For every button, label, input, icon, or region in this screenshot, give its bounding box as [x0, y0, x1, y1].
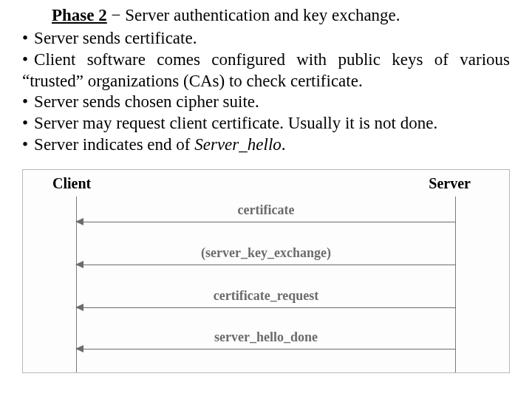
message-label: certificate [76, 202, 456, 218]
list-item: •Server sends certificate. [22, 28, 510, 50]
participants: Client Server [33, 176, 499, 197]
phase-title: Server authentication and key exchange. [125, 6, 400, 24]
diagram-lanes: certificate (server_key_exchange) certif… [33, 197, 499, 372]
sequence-diagram: Client Server certificate (server_key_ex… [22, 169, 510, 373]
bullet-marker: • [22, 113, 34, 134]
arrow-left-icon [76, 349, 456, 349]
bullet-text-italic: Server_hello [194, 135, 282, 154]
message-label: server_hello_done [76, 330, 456, 345]
message-label: (server_key_exchange) [76, 245, 456, 261]
bullet-text: Server sends certificate. [34, 29, 197, 47]
arrow-left-icon [76, 222, 456, 222]
bullet-marker: • [22, 92, 34, 113]
arrow-left-icon [76, 265, 456, 265]
arrow-left-icon [76, 307, 456, 308]
message-label: certificate_request [76, 288, 456, 304]
bullet-text: Server sends chosen cipher suite. [34, 92, 259, 111]
participant-client: Client [52, 176, 91, 197]
list-item: •Server indicates end of Server_hello. [22, 134, 510, 156]
phase-label: Phase 2 [52, 6, 107, 24]
bullet-text: Client software comes configured with pu… [22, 50, 510, 90]
bullet-marker: • [22, 50, 34, 71]
list-item: •Server sends chosen cipher suite. [22, 92, 510, 113]
bullet-list: •Server sends certificate. •Client softw… [22, 28, 510, 156]
lifeline-server [455, 197, 456, 372]
list-item: •Server may request client certificate. … [22, 113, 510, 134]
bullet-text-prefix: Server indicates end of [34, 135, 194, 154]
bullet-marker: • [22, 134, 34, 156]
phase-heading: Phase 2 − Server authentication and key … [22, 6, 510, 25]
participant-server: Server [429, 176, 471, 197]
bullet-marker: • [22, 28, 34, 50]
bullet-text-suffix: . [282, 135, 286, 154]
list-item: •Client software comes configured with p… [22, 50, 510, 92]
phase-dash: − [107, 6, 125, 24]
bullet-text: Server may request client certificate. U… [34, 114, 437, 132]
